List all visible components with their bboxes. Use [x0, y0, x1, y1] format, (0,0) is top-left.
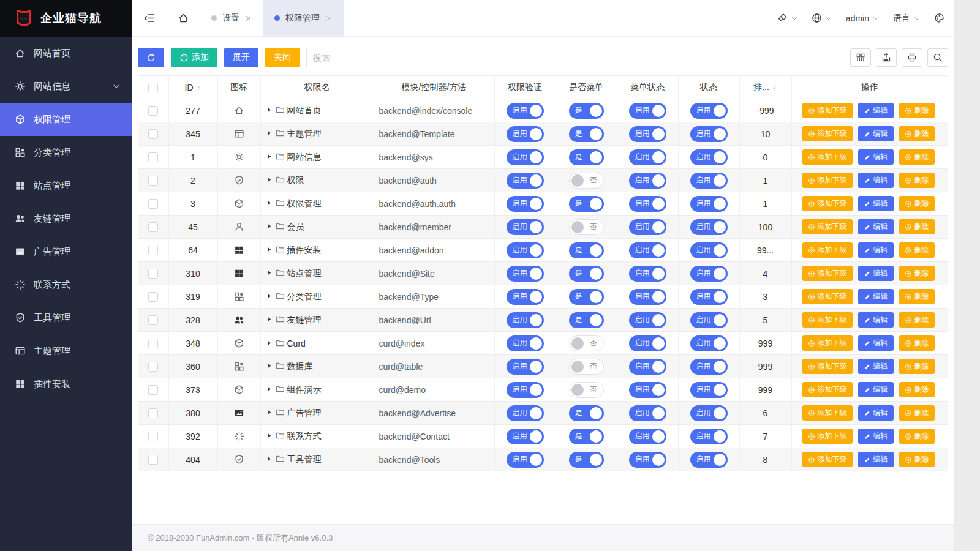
sort-icon[interactable]	[196, 86, 202, 90]
row-checkbox[interactable]	[148, 292, 158, 302]
menu-status-toggle[interactable]: 启用	[629, 242, 666, 258]
row-action-delete-button[interactable]: 删除	[899, 103, 935, 118]
row-action-edit-button[interactable]: 编辑	[858, 405, 894, 421]
sidebar-item-8[interactable]: 工具管理	[0, 301, 132, 334]
column-header[interactable]: ID	[168, 76, 217, 99]
is-menu-toggle[interactable]: 是	[569, 266, 604, 282]
columns-toggle-button[interactable]	[850, 48, 871, 67]
row-action-edit-button[interactable]: 编辑	[858, 173, 894, 188]
expand-caret-icon[interactable]	[266, 386, 273, 392]
auth-verify-toggle[interactable]: 启用	[507, 359, 544, 375]
status-toggle[interactable]: 启用	[690, 289, 728, 305]
brand-logo[interactable]: 企业猫导航	[0, 0, 132, 37]
row-action-delete-button[interactable]: 删除	[899, 242, 935, 258]
row-action-delete-button[interactable]: 删除	[899, 359, 935, 374]
menu-status-toggle[interactable]: 启用	[629, 452, 666, 468]
sidebar-item-2[interactable]: 权限管理	[0, 103, 132, 136]
refresh-button[interactable]	[138, 48, 164, 67]
home-tab-icon[interactable]	[166, 0, 200, 37]
row-action-add-child-button[interactable]: 添加下级	[802, 103, 853, 118]
tab-1[interactable]: 权限管理	[263, 0, 344, 37]
column-header[interactable]: 排...	[739, 76, 791, 99]
row-action-add-child-button[interactable]: 添加下级	[802, 405, 853, 421]
auth-verify-toggle[interactable]: 启用	[507, 149, 544, 165]
is-menu-toggle[interactable]: 是	[569, 405, 604, 421]
row-action-delete-button[interactable]: 删除	[899, 405, 935, 421]
row-action-edit-button[interactable]: 编辑	[858, 126, 894, 141]
user-menu[interactable]: admin	[846, 13, 880, 23]
is-menu-toggle[interactable]: 否	[569, 335, 604, 351]
row-action-edit-button[interactable]: 编辑	[858, 312, 894, 328]
row-action-add-child-button[interactable]: 添加下级	[802, 289, 853, 304]
row-action-edit-button[interactable]: 编辑	[858, 452, 894, 467]
expand-caret-icon[interactable]	[266, 223, 273, 230]
menu-status-toggle[interactable]: 启用	[629, 359, 666, 375]
row-action-add-child-button[interactable]: 添加下级	[802, 242, 853, 258]
is-menu-toggle[interactable]: 是	[569, 196, 604, 212]
row-checkbox[interactable]	[148, 362, 158, 372]
row-checkbox[interactable]	[148, 269, 158, 279]
row-action-delete-button[interactable]: 删除	[899, 312, 935, 328]
menu-status-toggle[interactable]: 启用	[629, 312, 666, 328]
print-button[interactable]	[902, 48, 922, 67]
status-toggle[interactable]: 启用	[690, 196, 728, 212]
row-action-edit-button[interactable]: 编辑	[858, 103, 894, 118]
expand-caret-icon[interactable]	[266, 293, 273, 299]
row-action-add-child-button[interactable]: 添加下级	[802, 196, 853, 211]
sidebar-item-3[interactable]: 分类管理	[0, 136, 132, 169]
status-toggle[interactable]: 启用	[690, 405, 728, 421]
is-menu-toggle[interactable]: 否	[569, 382, 604, 398]
row-action-edit-button[interactable]: 编辑	[858, 335, 894, 351]
row-action-edit-button[interactable]: 编辑	[858, 382, 894, 397]
status-toggle[interactable]: 启用	[690, 149, 728, 165]
row-checkbox[interactable]	[148, 455, 158, 465]
row-action-add-child-button[interactable]: 添加下级	[802, 429, 853, 444]
auth-verify-toggle[interactable]: 启用	[507, 429, 544, 444]
row-checkbox[interactable]	[148, 222, 158, 232]
row-action-delete-button[interactable]: 删除	[899, 382, 935, 397]
status-toggle[interactable]: 启用	[690, 173, 728, 189]
row-action-delete-button[interactable]: 删除	[899, 452, 935, 467]
row-action-delete-button[interactable]: 删除	[899, 219, 935, 234]
row-checkbox[interactable]	[148, 129, 158, 139]
is-menu-toggle[interactable]: 否	[569, 173, 604, 189]
is-menu-toggle[interactable]: 否	[569, 219, 604, 235]
menu-status-toggle[interactable]: 启用	[629, 289, 666, 305]
row-action-delete-button[interactable]: 删除	[899, 126, 935, 141]
row-action-add-child-button[interactable]: 添加下级	[802, 219, 853, 234]
row-checkbox[interactable]	[148, 152, 158, 162]
expand-caret-icon[interactable]	[266, 176, 273, 183]
menu-status-toggle[interactable]: 启用	[629, 173, 666, 189]
menu-status-toggle[interactable]: 启用	[629, 103, 666, 119]
row-action-add-child-button[interactable]: 添加下级	[802, 382, 853, 397]
row-action-edit-button[interactable]: 编辑	[858, 219, 894, 234]
row-action-add-child-button[interactable]: 添加下级	[802, 126, 853, 141]
row-action-add-child-button[interactable]: 添加下级	[802, 335, 853, 351]
status-toggle[interactable]: 启用	[690, 219, 728, 235]
sidebar-item-7[interactable]: 联系方式	[0, 268, 132, 301]
is-menu-toggle[interactable]: 是	[569, 149, 604, 165]
menu-status-toggle[interactable]: 启用	[629, 196, 666, 212]
row-action-delete-button[interactable]: 删除	[899, 266, 935, 281]
expand-caret-icon[interactable]	[266, 107, 273, 113]
select-all-checkbox[interactable]	[148, 83, 158, 92]
expand-caret-icon[interactable]	[266, 409, 273, 416]
tab-0[interactable]: 设置	[200, 0, 263, 37]
auth-verify-toggle[interactable]: 启用	[507, 219, 544, 235]
search-toggle-button[interactable]	[927, 48, 948, 67]
expand-caret-icon[interactable]	[266, 269, 273, 276]
sort-icon[interactable]	[772, 86, 777, 89]
sidebar-item-0[interactable]: 网站首页	[0, 37, 132, 70]
expand-caret-icon[interactable]	[266, 316, 273, 323]
sidebar-item-6[interactable]: 广告管理	[0, 235, 132, 268]
auth-verify-toggle[interactable]: 启用	[507, 452, 544, 468]
status-toggle[interactable]: 启用	[690, 103, 728, 119]
row-checkbox[interactable]	[148, 385, 158, 395]
row-action-delete-button[interactable]: 删除	[899, 196, 935, 211]
auth-verify-toggle[interactable]: 启用	[507, 289, 544, 305]
expand-caret-icon[interactable]	[266, 362, 273, 369]
auth-verify-toggle[interactable]: 启用	[507, 266, 544, 282]
auth-verify-toggle[interactable]: 启用	[507, 405, 544, 421]
search-input[interactable]	[306, 48, 415, 67]
row-action-add-child-button[interactable]: 添加下级	[802, 452, 853, 467]
